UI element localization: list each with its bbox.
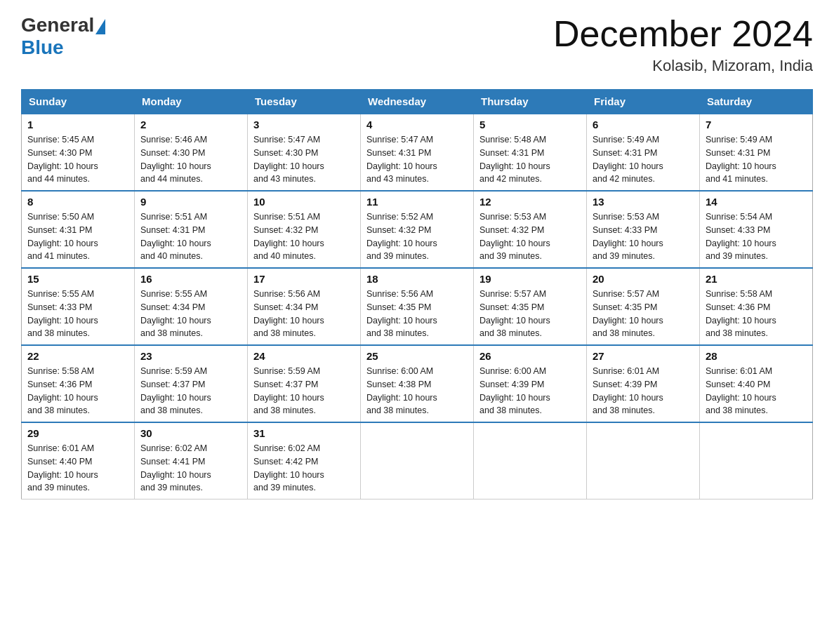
calendar-header-row: Sunday Monday Tuesday Wednesday Thursday… — [22, 90, 813, 114]
header-friday: Friday — [587, 90, 700, 114]
day-number: 23 — [140, 350, 241, 362]
day-number: 4 — [366, 119, 468, 130]
day-number: 22 — [27, 350, 128, 362]
day-info: Sunrise: 5:57 AM Sunset: 4:35 PM Dayligh… — [479, 288, 581, 340]
page-header: General Blue December 2024 Kolasib, Mizo… — [21, 14, 813, 75]
day-number: 21 — [706, 273, 807, 285]
logo: General Blue — [21, 14, 105, 59]
calendar-week-row: 29 Sunrise: 6:01 AM Sunset: 4:40 PM Dayl… — [22, 422, 813, 499]
logo-triangle-icon — [95, 19, 105, 34]
day-number: 20 — [593, 273, 694, 285]
table-row: 17 Sunrise: 5:56 AM Sunset: 4:34 PM Dayl… — [248, 268, 361, 345]
day-number: 3 — [253, 119, 355, 130]
day-number: 10 — [253, 196, 355, 208]
day-number: 9 — [140, 196, 241, 208]
logo-general: General — [21, 14, 94, 36]
table-row: 11 Sunrise: 5:52 AM Sunset: 4:32 PM Dayl… — [361, 191, 474, 268]
table-row: 12 Sunrise: 5:53 AM Sunset: 4:32 PM Dayl… — [474, 191, 587, 268]
calendar-week-row: 8 Sunrise: 5:50 AM Sunset: 4:31 PM Dayli… — [22, 191, 813, 268]
day-info: Sunrise: 5:56 AM Sunset: 4:35 PM Dayligh… — [366, 288, 468, 340]
day-info: Sunrise: 5:52 AM Sunset: 4:32 PM Dayligh… — [366, 210, 468, 263]
table-row: 8 Sunrise: 5:50 AM Sunset: 4:31 PM Dayli… — [22, 191, 135, 268]
table-row: 4 Sunrise: 5:47 AM Sunset: 4:31 PM Dayli… — [361, 114, 474, 191]
header-wednesday: Wednesday — [361, 90, 474, 114]
day-number: 29 — [27, 427, 128, 439]
day-number: 25 — [366, 350, 468, 362]
title-section: December 2024 Kolasib, Mizoram, India — [553, 14, 813, 75]
calendar-table: Sunday Monday Tuesday Wednesday Thursday… — [21, 89, 813, 499]
table-row: 1 Sunrise: 5:45 AM Sunset: 4:30 PM Dayli… — [22, 114, 135, 191]
day-number: 24 — [253, 350, 355, 362]
header-saturday: Saturday — [700, 90, 813, 114]
table-row: 6 Sunrise: 5:49 AM Sunset: 4:31 PM Dayli… — [587, 114, 700, 191]
table-row: 13 Sunrise: 5:53 AM Sunset: 4:33 PM Dayl… — [587, 191, 700, 268]
day-info: Sunrise: 5:46 AM Sunset: 4:30 PM Dayligh… — [140, 133, 241, 186]
table-row: 27 Sunrise: 6:01 AM Sunset: 4:39 PM Dayl… — [587, 345, 700, 422]
calendar-week-row: 15 Sunrise: 5:55 AM Sunset: 4:33 PM Dayl… — [22, 268, 813, 345]
day-number: 6 — [593, 119, 694, 130]
day-info: Sunrise: 5:49 AM Sunset: 4:31 PM Dayligh… — [706, 133, 807, 186]
day-number: 18 — [366, 273, 468, 285]
table-row — [700, 422, 813, 499]
day-info: Sunrise: 6:00 AM Sunset: 4:39 PM Dayligh… — [479, 365, 581, 417]
table-row: 21 Sunrise: 5:58 AM Sunset: 4:36 PM Dayl… — [700, 268, 813, 345]
day-number: 26 — [479, 350, 581, 362]
table-row: 9 Sunrise: 5:51 AM Sunset: 4:31 PM Dayli… — [135, 191, 248, 268]
day-info: Sunrise: 5:58 AM Sunset: 4:36 PM Dayligh… — [27, 365, 128, 417]
table-row: 16 Sunrise: 5:55 AM Sunset: 4:34 PM Dayl… — [135, 268, 248, 345]
day-info: Sunrise: 6:02 AM Sunset: 4:42 PM Dayligh… — [253, 442, 355, 495]
day-info: Sunrise: 5:54 AM Sunset: 4:33 PM Dayligh… — [706, 210, 807, 263]
day-number: 5 — [479, 119, 581, 130]
day-info: Sunrise: 5:59 AM Sunset: 4:37 PM Dayligh… — [140, 365, 241, 417]
day-number: 31 — [253, 427, 355, 439]
header-monday: Monday — [135, 90, 248, 114]
day-info: Sunrise: 5:55 AM Sunset: 4:33 PM Dayligh… — [27, 288, 128, 340]
table-row: 5 Sunrise: 5:48 AM Sunset: 4:31 PM Dayli… — [474, 114, 587, 191]
day-info: Sunrise: 5:58 AM Sunset: 4:36 PM Dayligh… — [706, 288, 807, 340]
table-row: 26 Sunrise: 6:00 AM Sunset: 4:39 PM Dayl… — [474, 345, 587, 422]
day-info: Sunrise: 6:01 AM Sunset: 4:40 PM Dayligh… — [27, 442, 128, 495]
table-row — [361, 422, 474, 499]
day-info: Sunrise: 5:47 AM Sunset: 4:31 PM Dayligh… — [366, 133, 468, 186]
day-number: 7 — [706, 119, 807, 130]
table-row: 22 Sunrise: 5:58 AM Sunset: 4:36 PM Dayl… — [22, 345, 135, 422]
day-number: 11 — [366, 196, 468, 208]
day-info: Sunrise: 5:51 AM Sunset: 4:31 PM Dayligh… — [140, 210, 241, 263]
table-row — [474, 422, 587, 499]
table-row: 28 Sunrise: 6:01 AM Sunset: 4:40 PM Dayl… — [700, 345, 813, 422]
table-row: 14 Sunrise: 5:54 AM Sunset: 4:33 PM Dayl… — [700, 191, 813, 268]
table-row: 31 Sunrise: 6:02 AM Sunset: 4:42 PM Dayl… — [248, 422, 361, 499]
table-row: 7 Sunrise: 5:49 AM Sunset: 4:31 PM Dayli… — [700, 114, 813, 191]
day-info: Sunrise: 5:53 AM Sunset: 4:33 PM Dayligh… — [593, 210, 694, 263]
day-number: 27 — [593, 350, 694, 362]
header-tuesday: Tuesday — [248, 90, 361, 114]
table-row: 10 Sunrise: 5:51 AM Sunset: 4:32 PM Dayl… — [248, 191, 361, 268]
day-info: Sunrise: 6:01 AM Sunset: 4:39 PM Dayligh… — [593, 365, 694, 417]
day-number: 2 — [140, 119, 241, 130]
table-row — [587, 422, 700, 499]
table-row: 24 Sunrise: 5:59 AM Sunset: 4:37 PM Dayl… — [248, 345, 361, 422]
day-number: 15 — [27, 273, 128, 285]
table-row: 19 Sunrise: 5:57 AM Sunset: 4:35 PM Dayl… — [474, 268, 587, 345]
calendar-week-row: 22 Sunrise: 5:58 AM Sunset: 4:36 PM Dayl… — [22, 345, 813, 422]
day-number: 30 — [140, 427, 241, 439]
day-info: Sunrise: 5:59 AM Sunset: 4:37 PM Dayligh… — [253, 365, 355, 417]
calendar-week-row: 1 Sunrise: 5:45 AM Sunset: 4:30 PM Dayli… — [22, 114, 813, 191]
day-number: 28 — [706, 350, 807, 362]
day-number: 16 — [140, 273, 241, 285]
location: Kolasib, Mizoram, India — [553, 57, 813, 75]
day-info: Sunrise: 5:56 AM Sunset: 4:34 PM Dayligh… — [253, 288, 355, 340]
day-info: Sunrise: 5:49 AM Sunset: 4:31 PM Dayligh… — [593, 133, 694, 186]
day-number: 19 — [479, 273, 581, 285]
table-row: 29 Sunrise: 6:01 AM Sunset: 4:40 PM Dayl… — [22, 422, 135, 499]
table-row: 20 Sunrise: 5:57 AM Sunset: 4:35 PM Dayl… — [587, 268, 700, 345]
table-row: 18 Sunrise: 5:56 AM Sunset: 4:35 PM Dayl… — [361, 268, 474, 345]
day-info: Sunrise: 6:02 AM Sunset: 4:41 PM Dayligh… — [140, 442, 241, 495]
day-info: Sunrise: 5:48 AM Sunset: 4:31 PM Dayligh… — [479, 133, 581, 186]
day-info: Sunrise: 5:51 AM Sunset: 4:32 PM Dayligh… — [253, 210, 355, 263]
day-info: Sunrise: 5:53 AM Sunset: 4:32 PM Dayligh… — [479, 210, 581, 263]
day-info: Sunrise: 6:01 AM Sunset: 4:40 PM Dayligh… — [706, 365, 807, 417]
day-info: Sunrise: 5:55 AM Sunset: 4:34 PM Dayligh… — [140, 288, 241, 340]
day-info: Sunrise: 5:47 AM Sunset: 4:30 PM Dayligh… — [253, 133, 355, 186]
day-number: 1 — [27, 119, 128, 130]
